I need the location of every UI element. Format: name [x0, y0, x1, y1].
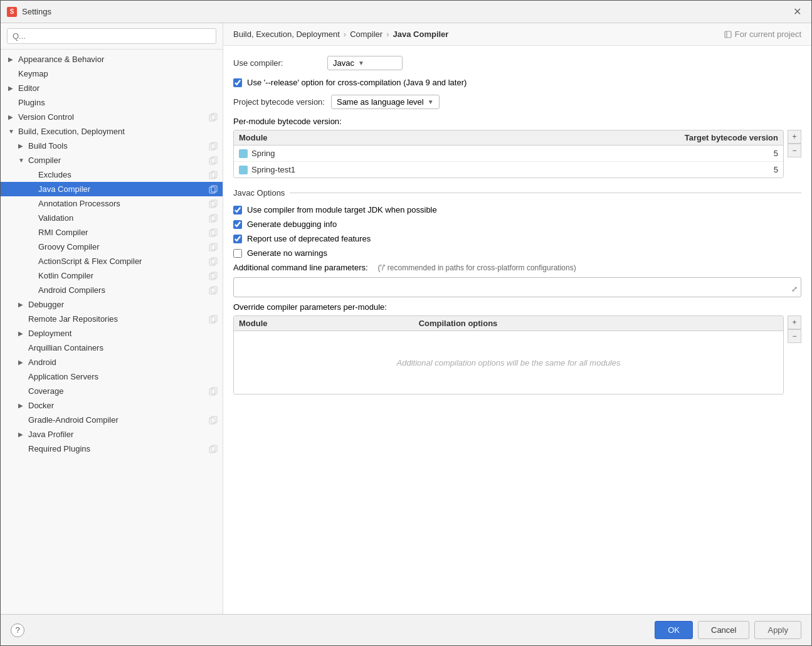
sidebar-item-version-control[interactable]: ▶ Version Control [1, 110, 223, 124]
override-table-header: Module Compilation options [234, 316, 783, 331]
project-icon [724, 30, 732, 39]
cmdline-container: ⤢ [233, 277, 801, 297]
gen-debug-checkbox[interactable] [233, 220, 242, 229]
sidebar-item-label: Validation [38, 213, 209, 223]
bytecode-dropdown[interactable]: Same as language level ▼ [331, 95, 440, 109]
sidebar-item-label: RMI Compiler [38, 228, 209, 237]
module-version: 5 [665, 165, 778, 174]
app-icon: S [7, 7, 17, 17]
breadcrumb-part-1: Build, Execution, Deployment [233, 29, 340, 39]
sidebar-item-label: Compiler [28, 156, 209, 165]
sidebar-item-actionscript[interactable]: ActionScript & Flex Compiler [1, 254, 223, 268]
sidebar-item-appearance[interactable]: ▶ Appearance & Behavior [1, 52, 223, 66]
use-compiler-label: Use compiler: [233, 58, 321, 68]
per-module-label: Per-module bytecode version: [233, 117, 342, 126]
add-override-button[interactable]: + [788, 315, 801, 329]
sidebar-item-label: Arquillian Containers [28, 343, 218, 352]
dialog-title: Settings [22, 7, 51, 16]
sidebar-item-compiler[interactable]: ▼ Compiler [1, 153, 223, 167]
copy-icon [209, 228, 218, 237]
sidebar-item-keymap[interactable]: Keymap [1, 66, 223, 81]
sidebar-item-java-profiler[interactable]: ▶ Java Profiler [1, 427, 223, 442]
sidebar: ▶ Appearance & Behavior Keymap ▶ Editor … [1, 23, 223, 614]
override-col-options: Compilation options [419, 319, 778, 328]
compiler-dropdown[interactable]: Javac ▼ [327, 56, 403, 70]
copy-icon [209, 214, 218, 223]
sidebar-item-java-compiler[interactable]: Java Compiler [1, 182, 223, 196]
sidebar-item-coverage[interactable]: Coverage [1, 384, 223, 398]
bottom-bar: ? OK Cancel Apply [1, 614, 811, 645]
cmdline-input[interactable] [233, 277, 801, 297]
sidebar-item-plugins[interactable]: Plugins [1, 95, 223, 110]
remove-override-button[interactable]: − [788, 329, 801, 343]
search-input[interactable] [7, 28, 216, 44]
sidebar-item-android-compilers[interactable]: Android Compilers [1, 283, 223, 297]
compiler-dropdown-value: Javac [333, 58, 354, 68]
sidebar-item-validation[interactable]: Validation [1, 211, 223, 225]
sidebar-item-excludes[interactable]: Excludes [1, 167, 223, 182]
copy-icon [209, 445, 218, 453]
sidebar-item-kotlin[interactable]: Kotlin Compiler [1, 268, 223, 283]
copy-icon [209, 272, 218, 280]
sidebar-item-rmi[interactable]: RMI Compiler [1, 225, 223, 240]
divider-line [290, 193, 801, 193]
cross-compile-checkbox[interactable] [233, 78, 242, 87]
use-jdk-checkbox[interactable] [233, 206, 242, 214]
sidebar-item-label: Android Compilers [38, 285, 209, 295]
module-name-label: Spring-test1 [251, 165, 295, 174]
sidebar-item-editor[interactable]: ▶ Editor [1, 81, 223, 95]
expand-arrow: ▶ [18, 431, 28, 438]
expand-arrow: ▶ [18, 402, 28, 409]
cancel-button[interactable]: Cancel [698, 621, 749, 639]
no-warnings-label: Generate no warnings [247, 248, 327, 258]
chevron-down-icon: ▼ [428, 98, 434, 105]
sidebar-item-build-tools[interactable]: ▶ Build Tools [1, 139, 223, 153]
sidebar-item-gradle-android[interactable]: Gradle-Android Compiler [1, 413, 223, 427]
per-module-label-row: Per-module bytecode version: [233, 117, 801, 126]
for-current-project: For current project [724, 29, 801, 39]
no-warnings-checkbox[interactable] [233, 249, 242, 258]
use-compiler-row: Use compiler: Javac ▼ [233, 56, 801, 70]
sidebar-item-label: Java Compiler [38, 184, 209, 194]
bottom-right: OK Cancel Apply [655, 621, 801, 639]
col-module: Module [239, 133, 665, 142]
javac-option-no-warnings: Generate no warnings [233, 248, 801, 258]
module-spring: Spring [239, 149, 665, 158]
sidebar-item-debugger[interactable]: ▶ Debugger [1, 297, 223, 312]
copy-icon [209, 315, 218, 324]
override-label-row: Override compiler parameters per-module: [233, 302, 801, 312]
module-name-label: Spring [251, 149, 275, 158]
expand-icon[interactable]: ⤢ [791, 285, 798, 294]
bytecode-version-row: Project bytecode version: Same as langua… [233, 95, 801, 109]
sidebar-item-deployment[interactable]: ▶ Deployment [1, 326, 223, 341]
breadcrumb-part-2: Compiler [350, 29, 382, 39]
ok-button[interactable]: OK [655, 621, 693, 639]
sidebar-item-arquillian[interactable]: Arquillian Containers [1, 341, 223, 355]
sidebar-item-android[interactable]: ▶ Android [1, 355, 223, 369]
override-side-actions: + − [788, 315, 801, 394]
expand-arrow: ▼ [18, 157, 28, 164]
help-button[interactable]: ? [11, 623, 24, 637]
sidebar-item-label: Deployment [28, 329, 218, 338]
sidebar-item-annotation[interactable]: Annotation Processors [1, 196, 223, 211]
sidebar-item-remote-jar[interactable]: Remote Jar Repositories [1, 312, 223, 326]
sidebar-item-docker[interactable]: ▶ Docker [1, 398, 223, 413]
module-table-area: Module Target bytecode version Spring 5 [233, 130, 801, 178]
remove-module-button[interactable]: − [788, 144, 801, 157]
col-version: Target bytecode version [665, 133, 778, 142]
report-deprecated-label: Report use of deprecated features [247, 234, 371, 243]
add-module-button[interactable]: + [788, 130, 801, 144]
sidebar-item-groovy[interactable]: Groovy Compiler [1, 240, 223, 254]
apply-button[interactable]: Apply [754, 621, 801, 639]
sidebar-item-required-plugins[interactable]: Required Plugins [1, 442, 223, 456]
sidebar-item-app-servers[interactable]: Application Servers [1, 369, 223, 384]
for-current-project-label: For current project [735, 29, 801, 39]
report-deprecated-checkbox[interactable] [233, 235, 242, 243]
breadcrumb: Build, Execution, Deployment › Compiler … [223, 23, 811, 46]
close-button[interactable]: ✕ [789, 4, 805, 19]
sidebar-item-build-exec[interactable]: ▼ Build, Execution, Deployment [1, 124, 223, 139]
module-folder-icon [239, 149, 248, 158]
bottom-left: ? [11, 623, 24, 637]
copy-icon [209, 199, 218, 208]
copy-icon [209, 113, 218, 122]
